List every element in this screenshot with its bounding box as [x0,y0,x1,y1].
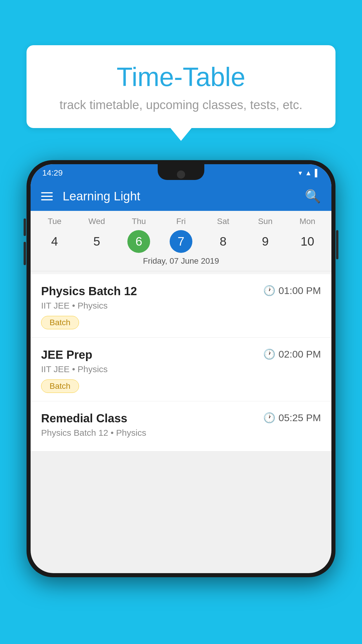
day-number[interactable]: 5 [85,230,108,253]
app-title: Learning Light [60,189,298,203]
wifi-icon: ▾ [298,169,302,177]
day-name: Wed [88,217,105,226]
schedule-item-time: 🕐02:00 PM [263,348,321,360]
day-name: Fri [176,217,186,226]
card-subtitle: track timetable, upcoming classes, tests… [47,98,315,112]
clock-icon: 🕐 [263,348,275,360]
phone-screen: 14:29 ▾ ▲ ▌ Learning Light 🔍 [31,164,331,573]
hamburger-line-2 [41,196,53,197]
card-title: Time-Table [47,63,315,92]
phone-camera [177,170,185,178]
schedule-item[interactable]: Physics Batch 12🕐01:00 PMIIT JEE • Physi… [31,274,331,338]
status-icons: ▾ ▲ ▌ [298,169,320,177]
calendar-strip: Tue4Wed5Thu6Fri7Sat8Sun9Mon10 Friday, 07… [31,211,331,274]
day-col-fri[interactable]: Fri7 [162,217,200,253]
status-time: 14:29 [42,168,63,178]
time-text: 02:00 PM [278,349,321,360]
day-col-wed[interactable]: Wed5 [78,217,116,253]
day-number[interactable]: 7 [170,230,192,253]
batch-badge: Batch [41,316,79,329]
day-col-mon[interactable]: Mon10 [289,217,326,253]
schedule-item-title: JEE Prep [41,348,92,361]
day-col-thu[interactable]: Thu6 [120,217,158,253]
schedule-item-subtitle: IIT JEE • Physics [41,364,321,374]
volume-down-button [24,242,26,265]
schedule-list: Physics Batch 12🕐01:00 PMIIT JEE • Physi… [31,274,331,452]
day-name: Sat [217,217,229,226]
day-number[interactable]: 8 [212,230,235,253]
hamburger-line-1 [41,192,53,193]
schedule-item-title: Remedial Class [41,412,127,425]
volume-up-button [24,218,26,236]
day-name: Sun [258,217,273,226]
schedule-item-header: Physics Batch 12🕐01:00 PM [41,285,321,298]
schedule-item-subtitle: Physics Batch 12 • Physics [41,428,321,438]
clock-icon: 🕐 [263,285,275,296]
time-text: 01:00 PM [278,285,321,296]
schedule-item[interactable]: JEE Prep🕐02:00 PMIIT JEE • PhysicsBatch [31,338,331,401]
day-name: Thu [132,217,146,226]
schedule-item-title: Physics Batch 12 [41,285,137,298]
days-row: Tue4Wed5Thu6Fri7Sat8Sun9Mon10 [31,217,331,253]
app-bar: Learning Light 🔍 [31,182,331,211]
day-number[interactable]: 10 [296,230,319,253]
day-number[interactable]: 9 [254,230,277,253]
day-col-sat[interactable]: Sat8 [204,217,242,253]
info-card: Time-Table track timetable, upcoming cla… [27,45,335,128]
signal-icon: ▲ [305,169,312,177]
schedule-item-header: JEE Prep🕐02:00 PM [41,348,321,361]
search-icon[interactable]: 🔍 [305,189,321,204]
schedule-item-header: Remedial Class🕐05:25 PM [41,412,321,425]
phone-notch [158,164,204,180]
day-number[interactable]: 4 [43,230,66,253]
day-col-sun[interactable]: Sun9 [246,217,284,253]
batch-badge: Batch [41,379,79,393]
phone-mockup: 14:29 ▾ ▲ ▌ Learning Light 🔍 [27,160,335,577]
schedule-item-time: 🕐01:00 PM [263,285,321,296]
day-name: Tue [48,217,61,226]
phone-outer: 14:29 ▾ ▲ ▌ Learning Light 🔍 [27,160,335,577]
clock-icon: 🕐 [263,412,275,424]
schedule-item[interactable]: Remedial Class🕐05:25 PMPhysics Batch 12 … [31,401,331,452]
power-button [336,230,338,259]
hamburger-line-3 [41,199,53,200]
day-name: Mon [299,217,315,226]
time-text: 05:25 PM [278,412,321,424]
schedule-item-subtitle: IIT JEE • Physics [41,301,321,311]
day-number[interactable]: 6 [127,230,150,253]
schedule-item-time: 🕐05:25 PM [263,412,321,424]
battery-icon: ▌ [315,169,320,177]
day-col-tue[interactable]: Tue4 [36,217,73,253]
selected-date-label: Friday, 07 June 2019 [31,253,331,271]
hamburger-menu-button[interactable] [41,192,53,200]
